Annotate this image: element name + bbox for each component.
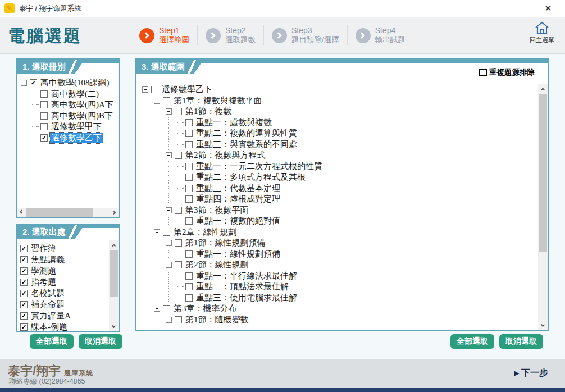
list-item-label[interactable]: 實力評量A (30, 311, 72, 321)
checkbox[interactable] (40, 112, 48, 120)
checkbox[interactable] (185, 217, 193, 225)
home-button[interactable]: 回主選單 (525, 21, 559, 44)
tree-item-label[interactable]: 選修數學乙下 (161, 84, 213, 95)
tree-item[interactable]: 重點二：頂點法求最佳解 (140, 281, 537, 293)
tree-collapse-icon[interactable] (166, 207, 172, 213)
tree-item[interactable]: 重點四：虛根成對定理 (140, 194, 537, 205)
checkbox[interactable]: ✓ (20, 290, 28, 297)
scroll-left-button[interactable] (17, 208, 26, 217)
checkbox[interactable] (185, 195, 193, 203)
tree-item[interactable]: 重點一：虛數與複數 (140, 117, 537, 129)
checkbox[interactable] (151, 86, 158, 93)
tree-collapse-icon[interactable] (154, 98, 160, 104)
checkbox[interactable] (175, 108, 182, 115)
list-item-label[interactable]: 學測題 (30, 266, 57, 276)
step-4[interactable]: Step4 輸出試題 (356, 26, 405, 45)
checkbox[interactable] (175, 207, 182, 214)
scroll-up-button[interactable] (109, 240, 119, 250)
tree-collapse-icon[interactable] (166, 240, 172, 246)
tree-item[interactable]: 第1節：隨機變數 (140, 314, 537, 326)
tree-item-label[interactable]: 重點一：複數的絕對值 (195, 216, 281, 226)
tree-collapse-icon[interactable] (142, 86, 148, 93)
checkbox[interactable]: ✓ (20, 312, 28, 320)
checkbox[interactable] (185, 283, 193, 290)
duplicate-source-filter[interactable]: 重複題源排除 (477, 67, 536, 78)
checkbox[interactable]: ✓ (40, 134, 48, 142)
list-item[interactable]: ✓實力評量A (20, 310, 108, 321)
tree-item-label[interactable]: 第2節：線性規劃 (184, 259, 250, 270)
tree-item[interactable]: 重點三：與實數系的不同處 (140, 139, 537, 151)
checkbox[interactable] (185, 130, 193, 137)
list-item[interactable]: ✓指考題 (20, 276, 108, 288)
checkbox[interactable] (185, 294, 193, 302)
list-item-label[interactable]: 指考題 (30, 277, 57, 288)
scrollbar-thumb[interactable] (539, 94, 547, 252)
tree-item-label[interactable]: 重點三：代數基本定理 (195, 183, 281, 194)
tree-item-label[interactable]: 重點一：線性規劃預備 (195, 249, 281, 259)
select-all-button[interactable]: 全部選取 (450, 334, 494, 349)
checkbox[interactable] (40, 101, 48, 108)
checkbox[interactable] (163, 97, 170, 104)
checkbox[interactable]: ✓ (20, 279, 28, 286)
checkbox[interactable] (175, 316, 182, 323)
tree-item[interactable]: 第2節：線性規劃 (140, 259, 537, 271)
tree-collapse-icon[interactable] (21, 80, 27, 86)
tree-item[interactable]: 高中數學(四)A下 (19, 99, 117, 111)
list-item-label[interactable]: 習作簿 (30, 243, 57, 254)
scroll-down-button[interactable] (109, 321, 119, 331)
tree-item[interactable]: 選修數學甲下 (19, 121, 117, 133)
list-item[interactable]: ✓焦點講義 (20, 254, 108, 265)
checkbox[interactable] (479, 69, 487, 76)
tree-item[interactable]: 高中數學(二) (19, 89, 117, 100)
list-item[interactable]: ✓名校試題 (20, 288, 108, 299)
tree-item-label[interactable]: 選修數學乙下 (50, 133, 103, 143)
list-item[interactable]: ✓習作簿 (20, 243, 108, 254)
list-item[interactable]: ✓課本-例題 (20, 321, 108, 331)
checkbox[interactable] (163, 305, 170, 312)
tree-item-label[interactable]: 重點一：虛數與複數 (195, 117, 273, 128)
checkbox[interactable] (185, 163, 193, 170)
list-item-label[interactable]: 補充命題 (30, 299, 66, 310)
checkbox[interactable] (40, 90, 48, 98)
checkbox[interactable] (175, 239, 182, 247)
tree-item-label[interactable]: 第1章：複數與複數平面 (172, 95, 263, 106)
scroll-right-button[interactable] (109, 208, 119, 217)
tree-collapse-icon[interactable] (154, 229, 160, 235)
list-item[interactable]: ✓學測題 (20, 265, 108, 276)
checkbox[interactable]: ✓ (20, 301, 28, 308)
list-item[interactable]: ✓補充命題 (20, 299, 108, 310)
vertical-scrollbar[interactable] (109, 240, 119, 331)
checkbox[interactable] (185, 250, 193, 258)
step-1[interactable]: Step1 選擇範圍 (139, 26, 189, 45)
tree-item[interactable]: 選修數學乙下 (140, 84, 537, 95)
list-item-label[interactable]: 課本-例題 (30, 322, 69, 331)
tree-item-label[interactable]: 選修數學甲下 (50, 121, 103, 132)
tree-item[interactable]: 第1節：複數 (140, 106, 537, 117)
tree-item-label[interactable]: 重點三：與實數系的不同處 (195, 139, 298, 150)
tree-collapse-icon[interactable] (166, 317, 172, 323)
tree-item-label[interactable]: 重點二：複數的運算與性質 (195, 128, 298, 139)
scrollbar-thumb[interactable] (110, 250, 118, 297)
tree-item-label[interactable]: 第2節：複數與方程式 (184, 150, 267, 161)
tree-item[interactable]: 重點三：代數基本定理 (140, 183, 537, 194)
tree-item[interactable]: 第1節：線性規劃預備 (140, 238, 537, 249)
tree-item-label[interactable]: 第3節：複數平面 (184, 205, 250, 216)
tree-item-label[interactable]: 第1節：隨機變數 (184, 314, 250, 325)
tree-item-label[interactable]: 重點一：一元二次方程式根的性質 (195, 161, 323, 172)
tree-item[interactable]: 重點一：一元二次方程式根的性質 (140, 161, 537, 172)
tree-item[interactable]: 重點一：平行線法求最佳解 (140, 271, 537, 282)
select-all-button[interactable]: 全部選取 (30, 334, 74, 349)
deselect-all-button[interactable]: 取消選取 (79, 334, 122, 349)
checkbox[interactable] (185, 174, 193, 181)
checkbox[interactable]: ✓ (20, 267, 28, 275)
tree-item-label[interactable]: 重點二：多項式方程式及其根 (195, 172, 307, 183)
step-2[interactable]: Step2 選取題數 (206, 26, 256, 45)
tree-collapse-icon[interactable] (154, 306, 160, 312)
tree-item-label[interactable]: 重點一：平行線法求最佳解 (195, 271, 298, 281)
list-item-label[interactable]: 名校試題 (30, 288, 66, 299)
tree-item-label[interactable]: 第2章：線性規劃 (172, 227, 238, 238)
tree-item-label[interactable]: 重點二：頂點法求最佳解 (195, 281, 290, 292)
tree-item[interactable]: 重點一：線性規劃預備 (140, 249, 537, 260)
tree-item[interactable]: 第2節：複數與方程式 (140, 150, 537, 161)
tree-item-label[interactable]: 高中數學(四)B下 (50, 111, 114, 121)
